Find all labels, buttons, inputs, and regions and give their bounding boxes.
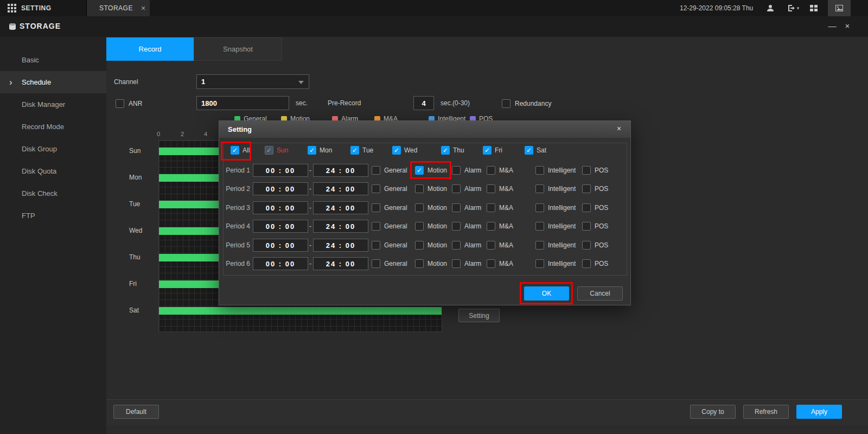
- checkbox[interactable]: ✓: [441, 146, 450, 155]
- period-start-time[interactable]: 00 : 00: [253, 220, 308, 233]
- checkbox[interactable]: ✓: [116, 99, 124, 108]
- checkbox[interactable]: ✓: [372, 203, 380, 212]
- dialog-title-bar[interactable]: Setting ×: [219, 121, 630, 138]
- checkbox[interactable]: ✓: [535, 184, 544, 193]
- checkbox[interactable]: ✓: [487, 166, 495, 175]
- sidebar-item-basic[interactable]: Basic: [0, 49, 106, 71]
- period-end-time[interactable]: 24 : 00: [313, 220, 368, 233]
- sidebar-item-ftp[interactable]: FTP: [0, 205, 106, 227]
- intelligent-checkbox[interactable]: ✓Intelligent: [535, 259, 576, 269]
- anr-input[interactable]: [196, 96, 289, 110]
- intelligent-checkbox[interactable]: ✓Intelligent: [535, 240, 576, 250]
- checkbox[interactable]: ✓: [452, 203, 461, 212]
- day-checkbox-tue[interactable]: ✓ Tue: [350, 145, 373, 155]
- motion-checkbox[interactable]: ✓Motion: [415, 259, 447, 269]
- period-start-time[interactable]: 00 : 00: [253, 201, 308, 214]
- tab-snapshot[interactable]: Snapshot: [194, 37, 282, 61]
- day-checkbox-wed[interactable]: ✓ Wed: [392, 145, 417, 155]
- logout-icon[interactable]: ▾: [781, 0, 805, 16]
- schedule-setting-button[interactable]: Setting: [458, 309, 500, 322]
- intelligent-checkbox[interactable]: ✓Intelligent: [535, 184, 576, 194]
- period-end-time[interactable]: 24 : 00: [313, 239, 368, 252]
- checkbox[interactable]: ✓: [415, 166, 424, 175]
- alarm-checkbox[interactable]: ✓Alarm: [452, 240, 481, 250]
- motion-checkbox[interactable]: ✓Motion: [415, 184, 447, 194]
- intelligent-checkbox[interactable]: ✓Intelligent: [535, 203, 576, 213]
- copy-to-button[interactable]: Copy to: [690, 405, 736, 419]
- channel-select[interactable]: 1: [196, 74, 309, 89]
- apply-button[interactable]: Apply: [796, 405, 842, 419]
- general-checkbox[interactable]: ✓General: [372, 221, 407, 231]
- ma-checkbox[interactable]: ✓M&A: [487, 184, 513, 194]
- checkbox[interactable]: ✓: [582, 259, 591, 268]
- checkbox[interactable]: ✓: [535, 241, 544, 250]
- checkbox[interactable]: ✓: [452, 184, 461, 193]
- sidebar-item-disk-check[interactable]: Disk Check: [0, 182, 106, 205]
- ma-checkbox[interactable]: ✓M&A: [487, 221, 513, 231]
- day-checkbox-fri[interactable]: ✓ Fri: [483, 145, 502, 155]
- checkbox[interactable]: ✓: [415, 203, 424, 212]
- intelligent-checkbox[interactable]: ✓Intelligent: [535, 221, 576, 231]
- checkbox[interactable]: ✓: [487, 241, 495, 250]
- day-checkbox-mon[interactable]: ✓ Mon: [308, 145, 332, 155]
- checkbox[interactable]: ✓: [582, 203, 591, 212]
- day-checkbox-sun[interactable]: ✓ Sun: [265, 145, 288, 155]
- sidebar-item-record-mode[interactable]: Record Mode: [0, 116, 106, 138]
- pos-checkbox[interactable]: ✓POS: [582, 221, 608, 231]
- dialog-close-icon[interactable]: ×: [614, 124, 624, 133]
- cancel-button[interactable]: Cancel: [577, 286, 623, 301]
- period-end-time[interactable]: 24 : 00: [313, 201, 368, 214]
- motion-checkbox[interactable]: ✓Motion: [415, 203, 447, 213]
- tab-record[interactable]: Record: [106, 37, 194, 61]
- checkbox[interactable]: ✓: [372, 222, 380, 231]
- checkbox[interactable]: ✓: [372, 184, 380, 193]
- checkbox[interactable]: ✓: [372, 166, 380, 175]
- pos-checkbox[interactable]: ✓POS: [582, 240, 608, 250]
- sidebar-item-disk-group[interactable]: Disk Group: [0, 138, 106, 160]
- pos-checkbox[interactable]: ✓POS: [582, 203, 608, 213]
- checkbox[interactable]: ✓: [582, 241, 591, 250]
- day-checkbox-thu[interactable]: ✓ Thu: [441, 145, 464, 155]
- sidebar-item-disk-quota[interactable]: Disk Quota: [0, 160, 106, 182]
- pos-checkbox[interactable]: ✓POS: [582, 259, 608, 269]
- checkbox[interactable]: ✓: [372, 259, 380, 268]
- motion-checkbox[interactable]: ✓Motion: [415, 240, 447, 250]
- checkbox[interactable]: ✓: [483, 146, 492, 155]
- sidebar-item-schedule[interactable]: › Schedule: [0, 71, 106, 93]
- checkbox[interactable]: ✓: [392, 146, 401, 155]
- checkbox[interactable]: ✓: [350, 146, 359, 155]
- period-end-time[interactable]: 24 : 00: [313, 257, 368, 270]
- checkbox[interactable]: ✓: [415, 222, 424, 231]
- period-end-time[interactable]: 24 : 00: [313, 182, 368, 195]
- ma-checkbox[interactable]: ✓M&A: [487, 203, 513, 213]
- day-checkbox-sat[interactable]: ✓ Sat: [525, 145, 546, 155]
- close-button[interactable]: ×: [842, 21, 853, 30]
- chevron-down-icon[interactable]: ▾: [797, 5, 800, 11]
- motion-checkbox[interactable]: ✓Motion: [415, 221, 447, 231]
- checkbox[interactable]: ✓: [535, 259, 544, 268]
- checkbox[interactable]: ✓: [535, 222, 544, 231]
- period-start-time[interactable]: 00 : 00: [253, 182, 308, 195]
- refresh-button[interactable]: Refresh: [743, 405, 789, 419]
- checkbox[interactable]: ✓: [372, 241, 380, 250]
- checkbox[interactable]: ✓: [452, 259, 461, 268]
- period-start-time[interactable]: 00 : 00: [253, 239, 308, 252]
- checkbox[interactable]: ✓: [452, 222, 461, 231]
- ma-checkbox[interactable]: ✓M&A: [487, 259, 513, 269]
- general-checkbox[interactable]: ✓General: [372, 203, 407, 213]
- checkbox[interactable]: ✓: [231, 146, 239, 155]
- user-icon[interactable]: [762, 0, 779, 16]
- ma-checkbox[interactable]: ✓M&A: [487, 165, 513, 175]
- pos-checkbox[interactable]: ✓POS: [582, 165, 608, 175]
- general-checkbox[interactable]: ✓General: [372, 184, 407, 194]
- motion-checkbox[interactable]: ✓Motion: [415, 165, 447, 175]
- checkbox[interactable]: ✓: [487, 184, 495, 193]
- prerecord-input[interactable]: [413, 96, 434, 110]
- preview-image-icon[interactable]: [828, 0, 851, 16]
- period-end-time[interactable]: 24 : 00: [313, 164, 368, 177]
- tab-close-icon[interactable]: ×: [141, 4, 146, 12]
- default-button[interactable]: Default: [113, 405, 159, 419]
- alarm-checkbox[interactable]: ✓Alarm: [452, 203, 481, 213]
- checkbox[interactable]: ✓: [525, 146, 533, 155]
- alarm-checkbox[interactable]: ✓Alarm: [452, 259, 481, 269]
